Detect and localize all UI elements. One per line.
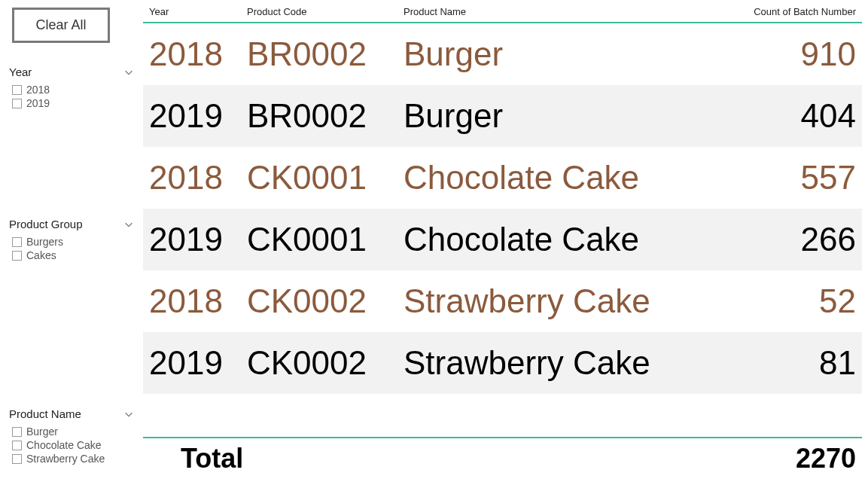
cell-year: 2019: [143, 221, 247, 258]
cell-product-name: Burger: [404, 35, 730, 73]
table-row[interactable]: 2019CK0002Strawberry Cake81: [143, 332, 862, 394]
checkbox-icon: [12, 251, 22, 261]
cell-count: 81: [730, 344, 862, 382]
table-header-row: Year Product Code Product Name Count of …: [143, 3, 862, 23]
cell-count: 557: [730, 159, 862, 197]
checkbox-icon: [12, 85, 22, 95]
table-row[interactable]: 2019CK0001Chocolate Cake266: [143, 209, 862, 270]
chevron-down-icon: [123, 409, 134, 419]
slicer-item[interactable]: 2019: [12, 96, 134, 110]
table-row[interactable]: 2018CK0001Chocolate Cake557: [143, 147, 862, 209]
checkbox-icon: [12, 454, 22, 464]
cell-product-name: Burger: [404, 97, 730, 135]
cell-product-code: BR0002: [247, 97, 404, 135]
slicer-item-label: 2018: [26, 84, 50, 96]
slicer-product-name-header[interactable]: Product Name: [9, 406, 134, 422]
cell-product-name: Strawberry Cake: [404, 282, 730, 320]
cell-count: 266: [730, 221, 862, 258]
total-value: 2270: [730, 443, 862, 474]
cell-year: 2018: [143, 35, 247, 73]
table-row[interactable]: 2019BR0002Burger404: [143, 85, 862, 147]
slicer-item[interactable]: Cakes: [12, 249, 134, 262]
slicer-item-label: 2019: [26, 97, 50, 109]
slicer-item-label: Cakes: [26, 249, 56, 261]
table-total-row: Total 2270: [143, 437, 862, 479]
slicer-year-items: 2018 2019: [9, 83, 134, 110]
table-row[interactable]: 2018CK0002Strawberry Cake52: [143, 270, 862, 332]
slicer-item-label: Burgers: [26, 236, 63, 248]
table-row[interactable]: 2018BR0002Burger910: [143, 23, 862, 85]
slicer-year: Year 2018 2019: [9, 64, 134, 110]
cell-year: 2019: [143, 344, 247, 382]
cell-product-name: Chocolate Cake: [404, 159, 730, 197]
cell-product-code: BR0002: [247, 35, 404, 73]
slicer-product-group: Product Group Burgers Cakes: [9, 216, 134, 262]
slicer-item[interactable]: Strawberry Cake: [12, 452, 134, 465]
cell-year: 2019: [143, 97, 247, 135]
slicer-product-group-header[interactable]: Product Group: [9, 216, 134, 232]
data-table-visual: Year Product Code Product Name Count of …: [143, 0, 868, 482]
slicer-product-name-items: Burger Chocolate Cake Strawberry Cake: [9, 425, 134, 465]
table-body: 2018BR0002Burger9102019BR0002Burger40420…: [143, 23, 862, 437]
cell-count: 52: [730, 282, 862, 320]
slicer-product-name-title: Product Name: [9, 407, 81, 420]
checkbox-icon: [12, 427, 22, 437]
cell-product-code: CK0002: [247, 282, 404, 320]
slicer-item[interactable]: Burger: [12, 425, 134, 438]
column-header-product-name[interactable]: Product Name: [404, 6, 730, 17]
slicer-year-title: Year: [9, 66, 32, 78]
slicer-product-name: Product Name Burger Chocolate Cake Straw…: [9, 406, 134, 465]
cell-count: 910: [730, 35, 862, 73]
checkbox-icon: [12, 441, 22, 450]
slicer-item[interactable]: Chocolate Cake: [12, 438, 134, 452]
column-header-product-code[interactable]: Product Code: [247, 6, 404, 17]
slicer-product-group-items: Burgers Cakes: [9, 235, 134, 262]
cell-product-name: Chocolate Cake: [404, 221, 730, 258]
chevron-down-icon: [123, 67, 134, 78]
total-label: Total: [143, 443, 404, 474]
slicer-product-group-title: Product Group: [9, 218, 83, 230]
slicer-item-label: Burger: [26, 426, 58, 438]
column-header-year[interactable]: Year: [143, 6, 247, 17]
slicer-year-header[interactable]: Year: [9, 64, 134, 80]
cell-year: 2018: [143, 282, 247, 320]
cell-count: 404: [730, 97, 862, 135]
filters-sidebar: Clear All Year 2018 2019 Product Group: [0, 0, 143, 482]
cell-product-code: CK0001: [247, 159, 404, 197]
chevron-down-icon: [123, 219, 134, 230]
checkbox-icon: [12, 237, 22, 247]
slicer-item[interactable]: 2018: [12, 83, 134, 96]
slicer-item[interactable]: Burgers: [12, 235, 134, 249]
cell-product-code: CK0001: [247, 221, 404, 258]
cell-product-code: CK0002: [247, 344, 404, 382]
slicer-item-label: Strawberry Cake: [26, 453, 105, 465]
cell-year: 2018: [143, 159, 247, 197]
column-header-count[interactable]: Count of Batch Number: [730, 6, 862, 17]
cell-product-name: Strawberry Cake: [404, 344, 730, 382]
slicer-item-label: Chocolate Cake: [26, 439, 102, 451]
clear-all-button[interactable]: Clear All: [12, 8, 110, 43]
checkbox-icon: [12, 99, 22, 108]
